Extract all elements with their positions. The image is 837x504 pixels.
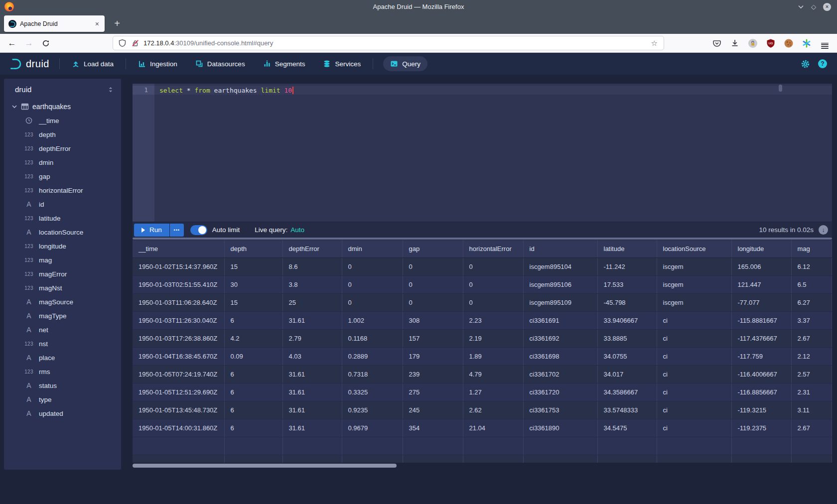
cell-dmin[interactable]: 0.9235: [342, 401, 403, 419]
extension-lock-icon[interactable]: [747, 38, 758, 49]
cell-locationSource[interactable]: ci: [657, 365, 731, 383]
column-header[interactable]: gap: [403, 240, 463, 257]
column-header[interactable]: dmin: [342, 240, 403, 257]
cell-horizontalError[interactable]: 4.79: [463, 365, 523, 383]
cell-id[interactable]: iscgem895106: [523, 275, 597, 293]
cell-depth[interactable]: 6: [224, 383, 282, 401]
cell-id[interactable]: iscgem895104: [523, 257, 597, 275]
tracking-shield-icon[interactable]: [118, 39, 127, 47]
sidebar-column-item[interactable]: A id: [4, 197, 121, 211]
cell-horizontalError[interactable]: 2.19: [463, 329, 523, 347]
cell-mag[interactable]: 3.37: [791, 311, 832, 329]
sql-editor[interactable]: 1 select * from earthquakes limit 10: [133, 84, 832, 222]
cell-id[interactable]: ci3361692: [523, 329, 597, 347]
cell-longitude[interactable]: -117.759: [731, 347, 791, 365]
cell-gap[interactable]: 0: [403, 293, 463, 311]
panel-splitter-handle[interactable]: [133, 238, 832, 240]
nav-segments[interactable]: Segments: [261, 57, 307, 71]
sidebar-column-item[interactable]: 123 dmin: [4, 155, 121, 169]
cell-time[interactable]: 1950-01-03T17:26:38.860Z: [133, 329, 224, 347]
nav-load-data[interactable]: Load data: [70, 57, 116, 71]
nav-ingestion[interactable]: Ingestion: [136, 57, 179, 71]
cell-latitude[interactable]: 34.3586667: [597, 383, 657, 401]
column-header[interactable]: locationSource: [657, 240, 731, 257]
cell-time[interactable]: 1950-01-03T11:26:30.040Z: [133, 311, 224, 329]
cell-id[interactable]: ci3361698: [523, 347, 597, 365]
live-query-value[interactable]: Auto: [290, 226, 304, 234]
cell-depthError[interactable]: 31.61: [282, 311, 342, 329]
cell-depthError[interactable]: 2.79: [282, 329, 342, 347]
cell-longitude[interactable]: -119.3215: [731, 401, 791, 419]
menu-hamburger-icon[interactable]: [819, 38, 830, 49]
cell-depth[interactable]: 6: [224, 401, 282, 419]
cell-dmin[interactable]: 1.002: [342, 311, 403, 329]
cell-time[interactable]: 1950-01-02T15:14:37.960Z: [133, 257, 224, 275]
tab-close-icon[interactable]: ×: [94, 20, 100, 28]
cell-dmin[interactable]: 0.7318: [342, 365, 403, 383]
cell-horizontalError[interactable]: 0: [463, 293, 523, 311]
cell-latitude[interactable]: 34.0755: [597, 347, 657, 365]
cell-depthError[interactable]: 8.6: [282, 257, 342, 275]
download-results-icon[interactable]: ↓: [819, 225, 828, 235]
cell-horizontalError[interactable]: 0: [463, 275, 523, 293]
cell-depthError[interactable]: 31.61: [282, 365, 342, 383]
column-header[interactable]: id: [523, 240, 597, 257]
sidebar-column-item[interactable]: 123 horizontalError: [4, 183, 121, 197]
nav-datasources[interactable]: Datasources: [193, 57, 247, 71]
cell-depthError[interactable]: 31.61: [282, 401, 342, 419]
cell-mag[interactable]: 6.5: [791, 275, 832, 293]
column-header[interactable]: longitude: [731, 240, 791, 257]
cell-time[interactable]: 1950-01-05T07:24:19.740Z: [133, 365, 224, 383]
ublock-icon[interactable]: UO: [765, 38, 776, 49]
cell-gap[interactable]: 239: [403, 365, 463, 383]
cell-mag[interactable]: 2.67: [791, 329, 832, 347]
sidebar-column-item[interactable]: A magType: [4, 309, 121, 323]
cell-id[interactable]: ci3361753: [523, 401, 597, 419]
cell-longitude[interactable]: -115.8881667: [731, 311, 791, 329]
cell-mag[interactable]: 6.12: [791, 257, 832, 275]
auto-limit-toggle[interactable]: [190, 225, 207, 235]
sort-columns-icon[interactable]: [107, 86, 114, 93]
cell-depth[interactable]: 6: [224, 419, 282, 437]
sidebar-column-item[interactable]: 123 depth: [4, 127, 121, 141]
cell-latitude[interactable]: 33.8885: [597, 329, 657, 347]
cell-latitude[interactable]: 33.5748333: [597, 401, 657, 419]
sidebar-column-item[interactable]: A updated: [4, 406, 121, 420]
cell-time[interactable]: 1950-01-05T12:51:29.690Z: [133, 383, 224, 401]
column-header[interactable]: mag: [791, 240, 832, 257]
sidebar-column-item[interactable]: 123 magError: [4, 267, 121, 281]
cell-horizontalError[interactable]: 21.04: [463, 419, 523, 437]
pocket-icon[interactable]: [711, 38, 722, 49]
cell-depthError[interactable]: 3.8: [282, 275, 342, 293]
cell-dmin[interactable]: 0: [342, 293, 403, 311]
gear-icon[interactable]: [801, 59, 810, 69]
help-icon[interactable]: ?: [818, 59, 827, 68]
cell-depth[interactable]: 6: [224, 365, 282, 383]
cell-id[interactable]: ci3361691: [523, 311, 597, 329]
cell-longitude[interactable]: 165.006: [731, 257, 791, 275]
cell-locationSource[interactable]: ci: [657, 419, 731, 437]
cell-gap[interactable]: 0: [403, 257, 463, 275]
cell-dmin[interactable]: 0.9679: [342, 419, 403, 437]
cell-locationSource[interactable]: ci: [657, 311, 731, 329]
sidebar-column-item[interactable]: 123 rms: [4, 365, 121, 378]
cell-gap[interactable]: 245: [403, 401, 463, 419]
cell-time[interactable]: 1950-01-05T14:00:31.860Z: [133, 419, 224, 437]
cell-locationSource[interactable]: ci: [657, 383, 731, 401]
window-menu-chevron-icon[interactable]: [798, 3, 804, 10]
cell-mag[interactable]: 2.12: [791, 347, 832, 365]
cell-mag[interactable]: 2.31: [791, 383, 832, 401]
cell-locationSource[interactable]: iscgem: [657, 293, 731, 311]
cell-depthError[interactable]: 4.03: [282, 347, 342, 365]
reload-button[interactable]: [39, 36, 53, 50]
sidebar-column-item[interactable]: A place: [4, 351, 121, 365]
sidebar-column-item[interactable]: A magSource: [4, 295, 121, 309]
cell-locationSource[interactable]: ci: [657, 329, 731, 347]
cell-locationSource[interactable]: ci: [657, 401, 731, 419]
asterisk-extension-icon[interactable]: [801, 38, 812, 49]
cell-depth[interactable]: 0.09: [224, 347, 282, 365]
cell-depthError[interactable]: 25: [282, 293, 342, 311]
cell-time[interactable]: 1950-01-05T13:45:48.730Z: [133, 401, 224, 419]
window-close-icon[interactable]: ×: [823, 3, 831, 11]
nav-services[interactable]: Services: [321, 57, 363, 71]
